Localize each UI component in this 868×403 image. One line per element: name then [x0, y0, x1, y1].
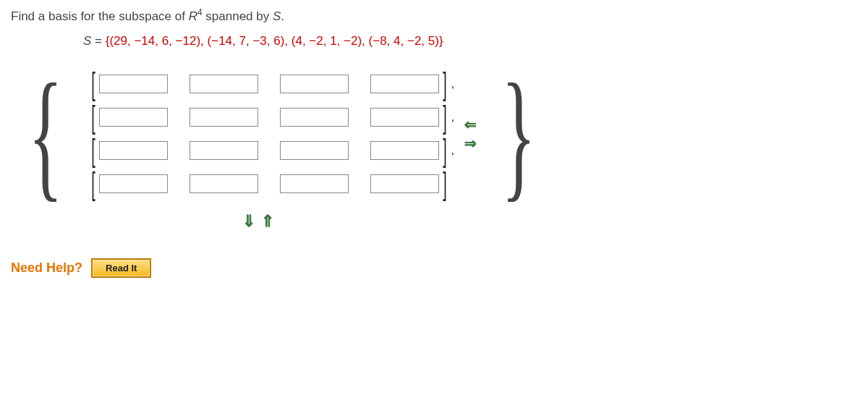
- prompt-prefix: Find a basis for the subspace of: [11, 9, 189, 23]
- matrix-cell[interactable]: [280, 108, 349, 127]
- matrix-cell[interactable]: [370, 75, 439, 93]
- row-comma: ,: [451, 110, 454, 124]
- vector-row: [ ] ,: [88, 106, 454, 129]
- right-bracket-icon: ]: [443, 72, 448, 96]
- matrix-cell[interactable]: [99, 141, 168, 160]
- matrix-cell[interactable]: [370, 108, 439, 127]
- cells-row: [99, 141, 439, 160]
- matrix-cell[interactable]: [99, 108, 168, 127]
- help-row: Need Help? Read It: [11, 258, 857, 278]
- add-row-arrow-icon[interactable]: ⇑: [261, 213, 274, 229]
- set-variable: S: [273, 9, 281, 23]
- vectors-block: [ ] , [ ] , [: [88, 72, 454, 195]
- right-bracket-icon: ]: [443, 172, 448, 195]
- row-comma: ,: [451, 77, 454, 91]
- column-arrow-controls: ⇓ ⇑: [242, 213, 857, 229]
- question-prompt: Find a basis for the subspace of R4 span…: [11, 7, 857, 24]
- right-bracket-icon: ]: [443, 106, 448, 129]
- matrix-cell[interactable]: [280, 141, 349, 160]
- matrix-cell[interactable]: [190, 174, 258, 193]
- remove-column-arrow-icon[interactable]: ⇐: [464, 117, 477, 132]
- row-comma: ,: [451, 143, 454, 158]
- row-arrow-controls: ⇐ ⇒: [464, 117, 477, 150]
- prompt-suffix: .: [281, 9, 284, 23]
- need-help-label: Need Help?: [11, 260, 82, 276]
- right-brace: }: [501, 61, 536, 206]
- left-bracket-icon: [: [90, 172, 95, 195]
- left-brace: {: [28, 61, 63, 206]
- add-column-arrow-icon[interactable]: ⇒: [464, 136, 477, 150]
- matrix-cell[interactable]: [280, 174, 349, 193]
- set-lhs: S: [83, 34, 91, 48]
- equals-sign: =: [91, 34, 105, 48]
- matrix-cell[interactable]: [190, 108, 258, 127]
- matrix-cell[interactable]: [99, 174, 168, 193]
- matrix-cell[interactable]: [280, 75, 349, 93]
- answer-area: { [ ] , [ ] , [: [11, 61, 857, 206]
- matrix-cell[interactable]: [190, 75, 258, 93]
- matrix-cell[interactable]: [190, 141, 258, 160]
- read-it-button[interactable]: Read It: [91, 258, 151, 278]
- space-symbol: R: [189, 9, 197, 23]
- right-bracket-icon: ]: [443, 139, 448, 162]
- cells-row: [99, 108, 439, 127]
- remove-row-arrow-icon[interactable]: ⇓: [242, 213, 255, 229]
- space-exponent: 4: [197, 7, 203, 17]
- cells-row: [99, 75, 439, 93]
- left-bracket-icon: [: [90, 72, 95, 96]
- matrix-cell[interactable]: [370, 174, 439, 193]
- matrix-cell[interactable]: [370, 141, 439, 160]
- left-bracket-icon: [: [90, 139, 95, 162]
- set-definition: S = {(29, −14, 6, −12), (−14, 7, −3, 6),…: [83, 34, 857, 48]
- matrix-cell[interactable]: [99, 75, 168, 93]
- vector-row: [ ]: [88, 172, 454, 195]
- set-rhs: {(29, −14, 6, −12), (−14, 7, −3, 6), (4,…: [106, 34, 443, 48]
- vector-row: [ ] ,: [88, 139, 454, 162]
- prompt-middle: spanned by: [203, 9, 273, 23]
- cells-row: [99, 174, 439, 193]
- left-bracket-icon: [: [90, 106, 95, 129]
- vector-row: [ ] ,: [88, 72, 454, 96]
